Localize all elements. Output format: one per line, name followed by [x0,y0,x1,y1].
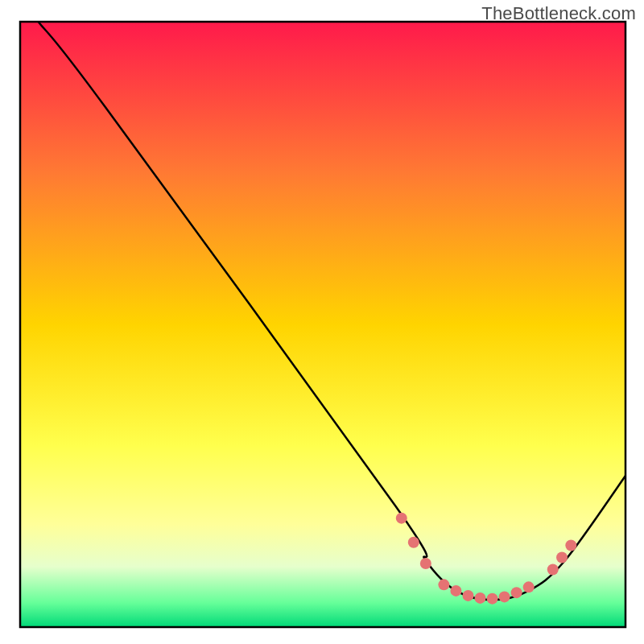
optimum-dot [487,593,498,605]
optimum-dot [438,579,449,590]
optimum-dot [556,552,568,564]
gradient-background [20,22,625,627]
optimum-dot [475,592,486,604]
bottleneck-chart [0,0,644,644]
optimum-dot [420,558,431,569]
optimum-dot [523,581,535,592]
optimum-dot [450,585,461,597]
optimum-dot [565,539,576,551]
chart-frame: TheBottleneck.com [0,0,644,644]
optimum-dot [396,513,407,524]
optimum-dot [511,587,522,598]
optimum-dot [462,590,473,601]
optimum-dot [499,591,510,602]
watermark-text: TheBottleneck.com [481,3,636,24]
optimum-dot [547,564,559,576]
optimum-dot [408,537,419,548]
